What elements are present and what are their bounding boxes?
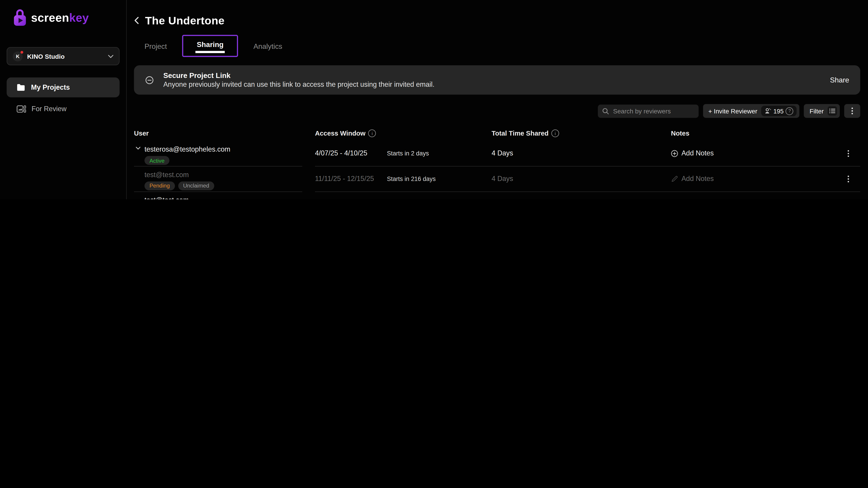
sidebar-item-for-review[interactable]: For Review — [6, 99, 120, 119]
invite-label: + Invite Reviewer — [708, 107, 757, 114]
user-cell: test@test.com Active — [134, 192, 302, 199]
access-window-dates: 11/11/25 - 12/15/25 — [315, 175, 387, 183]
status-badges: PendingUnclaimed — [145, 182, 302, 190]
column-header-total-time: Total Time Sharedi — [492, 129, 671, 137]
banner-text: Secure Project Link Anyone previously in… — [163, 71, 434, 89]
app-window: screenkey K KINO Studio My Projects — [0, 0, 868, 199]
starts-in-label: Starts in 2 days — [387, 150, 429, 157]
table-row: test@test.com Active 4/04/25 - 4/10/25 2… — [134, 192, 860, 199]
access-window-cell: 11/11/25 - 12/15/25 Starts in 216 days — [315, 175, 491, 183]
filter-list-icon — [828, 106, 837, 116]
column-header-actions — [836, 129, 860, 137]
tab-project[interactable]: Project — [145, 42, 167, 50]
tab-analytics[interactable]: Analytics — [253, 42, 282, 50]
workspace-avatar: K — [13, 51, 23, 61]
review-gallery-icon — [17, 105, 26, 113]
info-icon: i — [368, 129, 376, 137]
sidebar-nav: My Projects For Review — [6, 77, 120, 119]
app-logo: screenkey — [13, 8, 120, 27]
chevron-down-icon[interactable] — [135, 147, 141, 150]
question-circle-icon: ? — [786, 107, 794, 115]
pencil-icon — [671, 175, 678, 183]
user-cell: testerosa@testopheles.com Active — [134, 141, 302, 166]
add-notes-label: Add Notes — [682, 175, 714, 183]
table-row: testerosa@testopheles.com Active 4/07/25… — [134, 141, 860, 166]
column-header-access-window: Access Windowi — [315, 129, 491, 137]
page-header: The Undertone — [134, 14, 860, 27]
secure-link-banner: Secure Project Link Anyone previously in… — [134, 65, 860, 95]
search-icon — [602, 107, 609, 114]
status-badge: Active — [145, 156, 169, 165]
info-icon: i — [551, 129, 559, 137]
reviewer-count: 195 — [773, 107, 783, 114]
lock-play-logo-icon — [13, 8, 27, 27]
toolbar: + Invite Reviewer 195 ? Filter — [134, 104, 860, 118]
sidebar-item-my-projects[interactable]: My Projects — [6, 77, 120, 97]
row-details: 11/11/25 - 12/15/25 Starts in 216 days 4… — [315, 166, 860, 192]
table-header: User Access Windowi Total Time Sharedi N… — [134, 129, 860, 137]
row-menu-button[interactable] — [836, 150, 860, 157]
user-email: test@test.com — [145, 196, 189, 199]
invite-reviewer-button[interactable]: + Invite Reviewer 195 ? — [703, 104, 800, 118]
tab-sharing[interactable]: Sharing — [182, 35, 238, 57]
total-time-cell: 4 Days — [492, 175, 671, 183]
row-details: 4/04/25 - 4/10/25 2 Days Add Notes — [315, 192, 860, 199]
banner-subtitle: Anyone previously invited can use this l… — [163, 81, 434, 89]
user-email: test@test.com — [145, 171, 189, 178]
banner-title: Secure Project Link — [163, 71, 434, 80]
workspace-selector[interactable]: K KINO Studio — [6, 47, 120, 65]
tab-bar: Project Sharing Analytics — [134, 35, 860, 57]
add-notes-label: Add Notes — [682, 150, 714, 157]
chevron-down-icon — [108, 55, 114, 58]
filter-label: Filter — [809, 107, 824, 114]
total-time-cell: 4 Days — [492, 150, 671, 157]
plus-circle-icon — [671, 150, 678, 157]
sidebar-item-label: My Projects — [31, 84, 70, 91]
user-email: testerosa@testopheles.com — [145, 145, 230, 153]
notification-dot — [21, 51, 23, 53]
status-badge: Pending — [145, 182, 175, 190]
tab-label: Sharing — [197, 40, 224, 49]
kebab-icon — [851, 107, 853, 115]
status-badges: Active — [145, 156, 302, 165]
app-name: screenkey — [31, 11, 89, 24]
toolbar-menu-button[interactable] — [844, 104, 860, 118]
add-notes-button[interactable]: Add Notes — [671, 150, 836, 157]
link-icon — [145, 75, 154, 84]
back-button[interactable] — [134, 17, 139, 24]
row-menu-button[interactable] — [836, 175, 860, 183]
reviewer-count-pill: 195 ? — [761, 106, 797, 116]
starts-in-label: Starts in 216 days — [387, 175, 436, 182]
kebab-icon — [847, 150, 849, 157]
search-box — [598, 104, 699, 118]
workspace-name: KINO Studio — [27, 53, 103, 59]
access-window-cell: 4/07/25 - 4/10/25 Starts in 2 days — [315, 150, 491, 157]
kebab-icon — [847, 175, 849, 183]
user-cell: test@test.com PendingUnclaimed — [134, 166, 302, 192]
search-input[interactable] — [612, 107, 694, 115]
table-row: test@test.com PendingUnclaimed 11/11/25 … — [134, 166, 860, 192]
filter-button[interactable]: Filter — [804, 104, 840, 118]
column-header-notes: Notes — [671, 129, 836, 137]
people-icon — [765, 108, 771, 114]
active-tab-underline — [196, 51, 225, 53]
sidebar-item-label: For Review — [32, 105, 67, 113]
add-notes-button[interactable]: Add Notes — [671, 175, 836, 183]
folder-icon — [17, 84, 25, 91]
status-badge: Unclaimed — [178, 182, 214, 190]
page-title: The Undertone — [145, 14, 225, 27]
reviewer-table: testerosa@testopheles.com Active 4/07/25… — [134, 141, 860, 199]
column-header-user: User — [134, 129, 302, 137]
row-details: 4/07/25 - 4/10/25 Starts in 2 days 4 Day… — [315, 141, 860, 166]
main-content: The Undertone Project Sharing Analytics … — [127, 0, 868, 199]
access-window-dates: 4/07/25 - 4/10/25 — [315, 150, 387, 157]
share-button[interactable]: Share — [830, 76, 849, 84]
sidebar: screenkey K KINO Studio My Projects — [0, 0, 127, 199]
